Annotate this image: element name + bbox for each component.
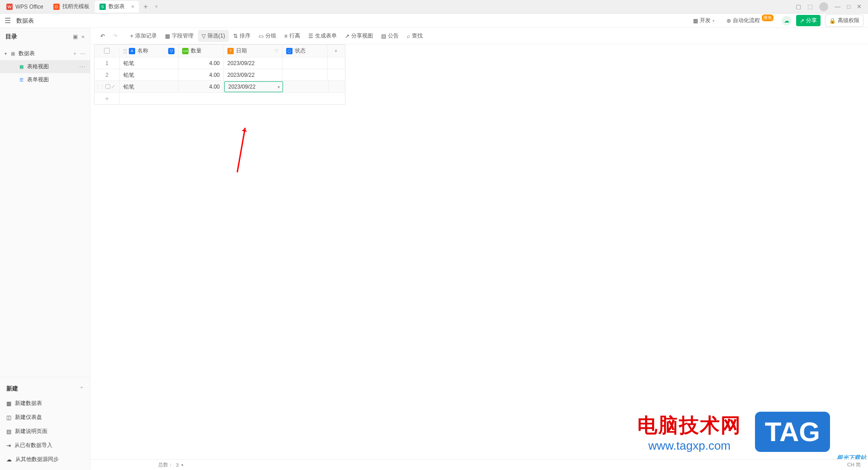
sort-button[interactable]: ⇅排序 [230, 30, 254, 42]
expand-icon[interactable]: ⤢ [111, 84, 115, 89]
row-height-button[interactable]: ≡行高 [281, 30, 304, 42]
select-all-checkbox[interactable] [94, 48, 120, 54]
lock-icon: 🔒 [829, 18, 836, 24]
cell-name[interactable]: 铅笔 [120, 57, 179, 69]
tree-item-form-view[interactable]: ☰ 表单视图 [0, 73, 90, 86]
collapse-sidebar-icon[interactable]: « [81, 33, 85, 40]
column-header-name[interactable]: ⍰ 名称 ▽ [120, 45, 179, 57]
minimize-icon[interactable]: — [835, 3, 840, 10]
redo-button[interactable]: ↷ [109, 31, 121, 42]
cell-date[interactable]: 2023/09/22 [224, 69, 283, 81]
undo-button[interactable]: ↶ [97, 31, 108, 42]
table-row[interactable]: ⋮⋮⤢ 铅笔 4.00 2023/09/22 ▾ [94, 81, 345, 93]
announce-button[interactable]: ▤公告 [377, 30, 402, 42]
new-description-page-button[interactable]: ▤ 新建说明页面 [0, 424, 90, 438]
close-icon[interactable]: × [131, 3, 135, 10]
status-bar: 总数： 3 ▾ CH 简 [90, 459, 868, 470]
generate-form-button[interactable]: ☰生成表单 [305, 30, 340, 42]
cell-status[interactable] [283, 81, 329, 93]
table-row[interactable]: 2 铅笔 4.00 2023/09/22 [94, 69, 345, 81]
tab-wps-office[interactable]: W WPS Office [2, 1, 48, 13]
drag-handle-icon[interactable]: ⋮⋮ [95, 84, 104, 89]
grid-view-icon: ▦ [18, 64, 24, 70]
cell-quantity[interactable]: 4.00 [179, 81, 224, 93]
share-icon: ↗ [345, 33, 349, 39]
titlebar-actions: ▦ 开发 ▾ ⊛ 自动化流程 限免 ☁ ↗ 分享 🔒 高级权限 [689, 14, 863, 27]
cell-status[interactable] [283, 69, 328, 81]
close-window-icon[interactable]: ✕ [857, 3, 862, 10]
more-icon[interactable]: ⋯ [80, 51, 85, 57]
cell-date-active[interactable]: 2023/09/22 ▾ [224, 81, 283, 92]
sidebar-panel-icon[interactable]: ▣ [73, 33, 78, 40]
cell-name[interactable]: 铅笔 [120, 69, 179, 81]
row-number[interactable]: 2 [94, 69, 120, 80]
title-bar: ☰ 数据表 ▦ 开发 ▾ ⊛ 自动化流程 限免 ☁ ↗ 分享 🔒 高级权限 [0, 14, 868, 28]
new-section-toggle[interactable]: 新建 ⌃ [0, 381, 90, 396]
new-datatable-button[interactable]: ▦ 新建数据表 [0, 396, 90, 410]
avatar[interactable] [819, 2, 828, 11]
tree-item-grid-view[interactable]: ▦ 表格视图 ⋯ [0, 60, 90, 73]
tab-label: WPS Office [15, 4, 43, 10]
panel-icon[interactable]: ▢ [796, 3, 801, 10]
annotation-arrow [236, 127, 245, 172]
form-icon: ☰ [308, 33, 313, 39]
import-data-button[interactable]: ⇥ 从已有数据导入 [0, 438, 90, 452]
tab-menu-chevron[interactable]: ▾ [151, 4, 161, 9]
chevron-up-icon: ⌃ [80, 386, 84, 392]
chevron-down-icon: ▾ [181, 463, 184, 467]
cloud-sync-icon[interactable]: ☁ [782, 16, 792, 26]
ime-indicator[interactable]: CH 简 [847, 461, 861, 468]
add-icon[interactable]: + [73, 51, 76, 57]
column-header-quantity[interactable]: 数量 [179, 45, 224, 57]
cell-status[interactable] [283, 57, 328, 69]
cell-name[interactable]: 铅笔 [120, 81, 179, 93]
share-button[interactable]: ↗ 分享 [796, 15, 821, 26]
page-icon: ▤ [6, 428, 11, 435]
add-record-button[interactable]: +添加记录 [127, 30, 160, 42]
filter-icon[interactable]: ▽ [275, 48, 278, 53]
filter-active-badge[interactable]: ▽ [168, 48, 175, 54]
sync-data-button[interactable]: ☁ 从其他数据源同步 [0, 452, 90, 466]
cell-date[interactable]: 2023/09/22 [224, 57, 283, 69]
row-number[interactable]: ⋮⋮⤢ [94, 81, 120, 92]
row-count[interactable]: 总数： 3 ▾ [158, 461, 184, 468]
permission-button[interactable]: 🔒 高级权限 [825, 14, 863, 27]
sidebar-tree: ▾ ▦ 数据表 + ⋯ ▦ 表格视图 ⋯ ☰ 表单视图 [0, 45, 90, 377]
cloud-icon: ☁ [6, 456, 12, 463]
sidebar-title: 目录 [5, 33, 17, 41]
more-icon[interactable]: ⋯ [79, 63, 85, 70]
group-button[interactable]: ▭分组 [255, 30, 280, 42]
docer-icon: D [53, 4, 60, 10]
new-tab-button[interactable]: + [140, 3, 151, 11]
tab-datatable[interactable]: S 数据表 × [95, 1, 139, 13]
row-number[interactable]: 1 [94, 57, 120, 69]
tree-root-datatable[interactable]: ▾ ▦ 数据表 + ⋯ [0, 47, 90, 60]
robot-icon: ⊛ [726, 18, 731, 24]
column-header-date[interactable]: 日期 ▽ [224, 45, 283, 57]
cell-quantity[interactable]: 4.00 [179, 69, 224, 81]
cell-quantity[interactable]: 4.00 [179, 57, 224, 69]
filter-button[interactable]: ▽筛选(1) [198, 30, 229, 42]
add-column-button[interactable]: + [328, 48, 344, 54]
hamburger-icon[interactable]: ☰ [5, 16, 11, 25]
new-dashboard-button[interactable]: ◫ 新建仪表盘 [0, 410, 90, 424]
tab-template[interactable]: D 找稻壳模板 [49, 1, 94, 13]
datatable-outline-icon: ▦ [9, 51, 16, 57]
row-height-icon: ≡ [284, 33, 288, 39]
automation-button[interactable]: ⊛ 自动化流程 限免 [723, 15, 777, 26]
search-button[interactable]: ⌕查找 [403, 30, 426, 42]
table-row[interactable]: 1 铅笔 4.00 2023/09/22 [94, 57, 345, 69]
form-view-icon: ☰ [18, 77, 24, 83]
cube-icon[interactable]: ⬚ [807, 3, 813, 10]
field-management-button[interactable]: ▦字段管理 [161, 30, 197, 42]
tab-label: 数据表 [108, 3, 125, 10]
share-view-button[interactable]: ↗分享视图 [341, 30, 377, 42]
add-row-button[interactable]: + [94, 93, 120, 104]
filter-icon: ▽ [202, 33, 206, 39]
maximize-icon[interactable]: □ [847, 3, 850, 10]
dropdown-icon[interactable]: ▾ [278, 85, 280, 89]
add-row[interactable]: + [94, 93, 345, 104]
folder-icon: ▭ [259, 33, 264, 39]
column-header-status[interactable]: 状态 [283, 45, 328, 57]
dev-button[interactable]: ▦ 开发 ▾ [689, 15, 718, 26]
